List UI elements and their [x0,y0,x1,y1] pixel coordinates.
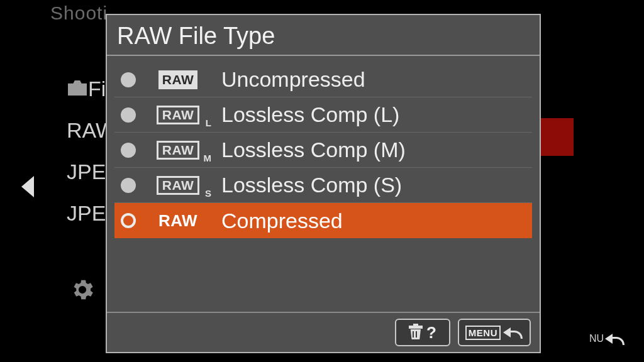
option-list: RAW Uncompressed RAW L Lossless Comp (L)… [107,56,540,238]
option-lossless-l[interactable]: RAW L Lossless Comp (L) [114,97,532,133]
option-label: Lossless Comp (M) [221,138,406,162]
radio-icon [121,143,136,158]
option-lossless-m[interactable]: RAW M Lossless Comp (M) [114,133,532,168]
dialog-title: RAW File Type [107,15,540,56]
raw-badge-text: RAW [155,211,201,230]
bg-menu-label: NU [589,333,604,344]
radio-icon [121,178,136,193]
option-label: Compressed [221,209,343,233]
dialog-footer: ? MENU [107,312,540,352]
radio-icon [121,72,136,87]
menu-label: MENU [465,326,501,340]
raw-file-type-dialog: RAW File Type RAW Uncompressed RAW L Los… [106,14,541,353]
trash-icon [409,326,423,339]
back-arrow-icon [504,326,523,339]
option-uncompressed[interactable]: RAW Uncompressed [114,62,532,97]
raw-badge-sub: M [204,153,212,163]
raw-badge-sub: S [205,188,211,199]
bg-item-jpeg1: JPE [67,160,106,184]
raw-badge-text: RAW [157,106,200,124]
gear-icon [69,277,96,303]
bg-item-file: Fi [88,77,106,101]
help-button[interactable]: ? [395,319,450,346]
option-label: Lossless Comp (L) [221,102,399,127]
raw-badge: RAW S [151,176,205,195]
bg-item-jpeg2: JPE [67,201,106,226]
option-label: Uncompressed [221,67,365,92]
raw-badge: RAW [151,70,205,89]
raw-badge-text: RAW [157,176,200,195]
back-arrow-icon [606,332,625,346]
bg-crumb: Shooti [50,3,108,24]
raw-badge: RAW [151,211,205,230]
radio-icon [121,107,136,123]
camera-icon [68,80,87,96]
option-label: Lossless Comp (S) [221,173,402,197]
bg-menu-back: NU [589,332,625,346]
help-symbol: ? [426,323,436,343]
option-lossless-s[interactable]: RAW S Lossless Comp (S) [114,168,532,203]
raw-badge: RAW M [151,141,205,160]
menu-back-button[interactable]: MENU [458,319,531,346]
raw-badge-sub: L [206,118,211,128]
radio-icon [121,213,136,228]
raw-badge: RAW L [151,106,205,124]
raw-badge-text: RAW [158,70,198,89]
raw-badge-text: RAW [157,141,200,160]
nav-left-icon [21,176,34,197]
option-compressed[interactable]: RAW Compressed [114,203,532,238]
